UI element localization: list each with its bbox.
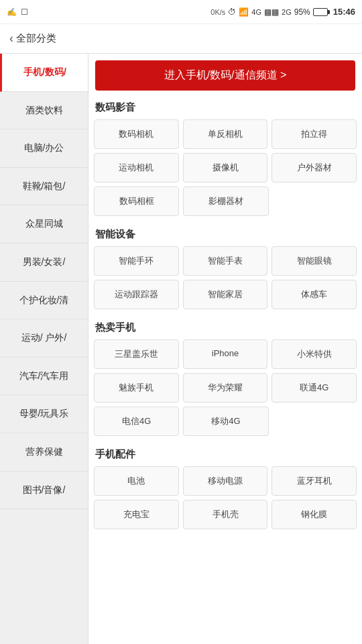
- sidebar-item-stars[interactable]: 众星同城: [0, 205, 88, 244]
- sidebar: 手机/数码/酒类饮料电脑/办公鞋靴/箱包/众星同城男装/女装/个护化妆/清运动/…: [0, 54, 88, 644]
- grid-cell-empty: [273, 407, 357, 436]
- grid-row: 数码相框影棚器材: [94, 186, 357, 216]
- main-layout: 手机/数码/酒类饮料电脑/办公鞋靴/箱包/众星同城男装/女装/个护化妆/清运动/…: [0, 54, 362, 644]
- grid-cell-小米特供[interactable]: 小米特供: [272, 339, 357, 369]
- grid-row: 电池移动电源蓝牙耳机: [94, 466, 357, 496]
- sidebar-item-clothing[interactable]: 男装/女装/: [0, 244, 88, 282]
- header: ‹ 全部分类: [0, 24, 362, 54]
- sidebar-item-auto[interactable]: 汽车/汽车用: [0, 358, 88, 396]
- grid-cell-iPhone[interactable]: iPhone: [183, 339, 268, 369]
- grid-cell-魅族手机[interactable]: 魅族手机: [94, 373, 179, 402]
- grid-cell-钢化膜[interactable]: 钢化膜: [272, 500, 357, 529]
- grid-cell-移动电源[interactable]: 移动电源: [183, 466, 268, 496]
- grid-row: 充电宝手机壳钢化膜: [94, 500, 357, 529]
- grid-cell-数码相机[interactable]: 数码相机: [94, 119, 179, 149]
- grid-cell-摄像机[interactable]: 摄像机: [183, 153, 268, 182]
- grid-cell-智能家居[interactable]: 智能家居: [183, 280, 268, 309]
- section-title: 智能设备: [88, 224, 362, 244]
- sidebar-item-beauty[interactable]: 个护化妆/清: [0, 282, 88, 320]
- back-arrow-icon: ‹: [9, 32, 13, 46]
- section-title: 热卖手机: [88, 317, 362, 337]
- grid-cell-运动相机[interactable]: 运动相机: [94, 153, 179, 182]
- grid-section: 三星盖乐世iPhone小米特供魅族手机华为荣耀联通4G电信4G移动4G: [88, 337, 362, 444]
- sidebar-item-baby[interactable]: 母婴/玩具乐: [0, 395, 88, 433]
- sidebar-item-alcohol[interactable]: 酒类饮料: [0, 92, 88, 130]
- speed-text: 0K/s: [210, 8, 225, 16]
- grid-cell-单反相机[interactable]: 单反相机: [183, 119, 268, 149]
- grid-cell-电信4G[interactable]: 电信4G: [94, 407, 179, 436]
- battery-icon: [313, 8, 328, 16]
- grid-row: 三星盖乐世iPhone小米特供: [94, 339, 357, 369]
- sidebar-item-books[interactable]: 图书/音像/: [0, 472, 88, 510]
- grid-cell-移动4G[interactable]: 移动4G: [183, 407, 268, 436]
- grid-cell-华为荣耀[interactable]: 华为荣耀: [183, 373, 268, 402]
- grid-cell-数码相框[interactable]: 数码相框: [94, 186, 179, 216]
- grid-cell-智能手表[interactable]: 智能手表: [183, 246, 268, 276]
- grid-cell-三星盖乐世[interactable]: 三星盖乐世: [94, 339, 179, 369]
- signal-4g: 4G: [251, 8, 261, 16]
- status-left: ✍ ☐: [7, 7, 28, 17]
- grid-cell-影棚器材[interactable]: 影棚器材: [183, 186, 268, 216]
- grid-cell-拍立得[interactable]: 拍立得: [272, 119, 357, 149]
- grid-section: 数码相机单反相机拍立得运动相机摄像机户外器材数码相框影棚器材: [88, 117, 362, 224]
- grid-cell-体感车[interactable]: 体感车: [272, 280, 357, 309]
- photo-icon: ☐: [21, 7, 28, 17]
- grid-cell-手机壳[interactable]: 手机壳: [183, 500, 268, 529]
- status-right: 0K/s ⏱ 📶 4G ▩▩ 2G 95% 15:46: [210, 7, 355, 17]
- signal-bars: ▩▩: [264, 7, 279, 17]
- grid-cell-蓝牙耳机[interactable]: 蓝牙耳机: [272, 466, 357, 496]
- section-title: 数码影音: [88, 97, 362, 117]
- grid-section: 智能手环智能手表智能眼镜运动跟踪器智能家居体感车: [88, 244, 362, 317]
- message-icon: ✍: [7, 7, 17, 17]
- battery-percent: 95%: [294, 7, 310, 17]
- sidebar-item-nutrition[interactable]: 营养保健: [0, 433, 88, 472]
- grid-row: 电信4G移动4G: [94, 407, 357, 436]
- grid-cell-电池[interactable]: 电池: [94, 466, 179, 496]
- grid-cell-运动跟踪器[interactable]: 运动跟踪器: [94, 280, 179, 309]
- content-area: 进入手机/数码/通信频道 > 数码影音数码相机单反相机拍立得运动相机摄像机户外器…: [88, 54, 362, 644]
- grid-cell-智能手环[interactable]: 智能手环: [94, 246, 179, 276]
- grid-row: 数码相机单反相机拍立得: [94, 119, 357, 149]
- grid-cell-充电宝[interactable]: 充电宝: [94, 500, 179, 529]
- grid-section: 电池移动电源蓝牙耳机充电宝手机壳钢化膜: [88, 464, 362, 537]
- grid-cell-智能眼镜[interactable]: 智能眼镜: [272, 246, 357, 276]
- section-title: 手机配件: [88, 444, 362, 464]
- clock-icon: ⏱: [228, 7, 236, 17]
- grid-row: 运动相机摄像机户外器材: [94, 153, 357, 182]
- sidebar-item-shoes[interactable]: 鞋靴/箱包/: [0, 168, 88, 206]
- grid-row: 运动跟踪器智能家居体感车: [94, 280, 357, 309]
- grid-row: 魅族手机华为荣耀联通4G: [94, 373, 357, 402]
- grid-cell-联通4G[interactable]: 联通4G: [272, 373, 357, 402]
- time-display: 15:46: [333, 7, 355, 17]
- grid-cell-empty: [273, 186, 357, 216]
- sidebar-item-sports[interactable]: 运动/ 户外/: [0, 319, 88, 358]
- sidebar-item-mobile[interactable]: 手机/数码/: [0, 54, 88, 92]
- grid-cell-户外器材[interactable]: 户外器材: [272, 153, 357, 182]
- status-bar: ✍ ☐ 0K/s ⏱ 📶 4G ▩▩ 2G 95% 15:46: [0, 0, 362, 24]
- back-button[interactable]: ‹ 全部分类: [9, 32, 56, 46]
- wifi-icon: 📶: [239, 7, 249, 17]
- signal-2g: 2G: [282, 8, 292, 16]
- grid-row: 智能手环智能手表智能眼镜: [94, 246, 357, 276]
- sidebar-item-computer[interactable]: 电脑/办公: [0, 129, 88, 168]
- back-label: 全部分类: [16, 32, 56, 45]
- channel-button[interactable]: 进入手机/数码/通信频道 >: [95, 60, 355, 91]
